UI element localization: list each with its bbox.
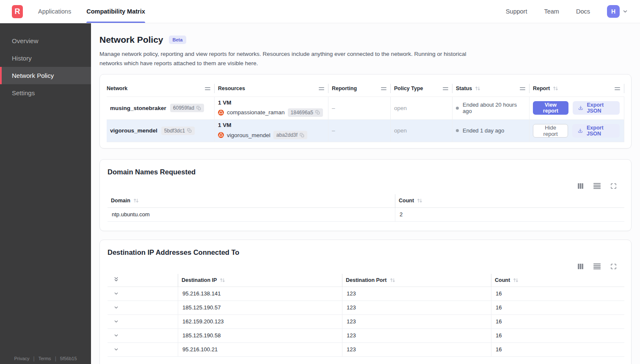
row-density-icon[interactable] xyxy=(593,263,601,270)
column-menu-icon[interactable] xyxy=(520,87,525,90)
destination-port-cell: 123 xyxy=(342,343,491,357)
nav-tabs: Applications Compatibility Matrix xyxy=(38,0,145,23)
view-report-button[interactable]: View report xyxy=(533,101,568,115)
status-text: Ended about 20 hours ago xyxy=(463,102,525,114)
column-header-expand-all xyxy=(108,274,178,287)
tab-compatibility-matrix[interactable]: Compatibility Matrix xyxy=(86,0,145,23)
column-menu-icon[interactable] xyxy=(615,87,620,90)
export-json-label: Export JSON xyxy=(587,102,614,114)
status-text: Ended 1 day ago xyxy=(463,127,504,134)
sidebar-item-history[interactable]: History xyxy=(0,50,91,67)
policy-type-cell: open xyxy=(391,97,452,119)
copy-icon[interactable] xyxy=(315,110,320,115)
nav-links: Support Team Docs H xyxy=(506,0,628,23)
row-density-icon[interactable] xyxy=(593,183,601,189)
sidebar-item-overview[interactable]: Overview xyxy=(0,32,91,50)
status-cell: Ended 1 day ago xyxy=(452,119,530,142)
card-title: Domain Names Requested xyxy=(108,168,624,176)
column-label: Domain xyxy=(111,198,130,204)
expand-all-icon[interactable] xyxy=(113,276,119,284)
resource-id-badge: aba2dd3f xyxy=(273,131,307,139)
table-toolbar xyxy=(108,263,624,270)
destination-ip-cell: 162.159.200.123 xyxy=(178,315,342,329)
sort-icon[interactable] xyxy=(513,278,519,283)
network-id: 5bdf3dc1 xyxy=(164,128,185,134)
fullscreen-icon[interactable] xyxy=(610,263,617,270)
destination-ip-cell: 185.125.190.58 xyxy=(178,329,342,343)
divider: | xyxy=(55,356,56,361)
sort-icon[interactable] xyxy=(133,198,139,203)
copy-icon[interactable] xyxy=(187,128,192,133)
top-navbar: R Applications Compatibility Matrix Supp… xyxy=(0,0,640,23)
hide-report-button[interactable]: Hide report xyxy=(533,124,568,138)
network-id-badge: 5bdf3dc1 xyxy=(161,127,195,135)
chevron-down-icon xyxy=(622,8,628,14)
domain-cell: ntp.ubuntu.com xyxy=(108,208,395,222)
row-expand-toggle[interactable] xyxy=(108,287,178,301)
column-menu-icon[interactable] xyxy=(443,87,448,90)
status-cell: Ended about 20 hours ago xyxy=(452,97,530,119)
resource-id-badge: 184696a5 xyxy=(288,108,323,117)
export-json-label: Export JSON xyxy=(587,125,614,137)
destination-port-cell: 123 xyxy=(342,301,491,315)
row-expand-toggle[interactable] xyxy=(108,329,178,343)
ubuntu-icon xyxy=(218,110,224,116)
sidebar-item-network-policy[interactable]: Network Policy xyxy=(0,67,91,84)
user-menu[interactable]: H xyxy=(607,5,628,18)
row-expand-toggle[interactable] xyxy=(108,301,178,315)
resource-id: aba2dd3f xyxy=(276,132,298,138)
column-header-resources: Resources xyxy=(215,81,328,97)
nav-link-team[interactable]: Team xyxy=(544,8,559,15)
sort-icon[interactable] xyxy=(390,278,395,283)
resource-name: compassionate_raman xyxy=(227,109,285,116)
export-json-button[interactable]: Export JSON xyxy=(572,124,620,138)
network-name-cell: musing_stonebraker 60959fad xyxy=(107,97,215,119)
destination-port-cell: 123 xyxy=(342,287,491,301)
column-label: Reporting xyxy=(332,85,357,91)
resources-cell: 1 VM vigorous_mendel aba2dd3f xyxy=(215,119,328,142)
column-header-reporting: Reporting xyxy=(328,81,391,97)
nav-link-support[interactable]: Support xyxy=(506,8,527,15)
logo-r-icon[interactable]: R xyxy=(12,5,23,18)
privacy-link[interactable]: Privacy xyxy=(14,356,29,361)
main-content: Network Policy Beta Manage network polic… xyxy=(91,23,640,364)
sidebar: Overview History Network Policy Settings… xyxy=(0,23,91,364)
column-menu-icon[interactable] xyxy=(381,87,386,90)
sort-icon[interactable] xyxy=(220,278,225,283)
count-cell: 16 xyxy=(491,343,624,357)
destination-ip-cell: 95.216.138.141 xyxy=(178,287,342,301)
status-dot xyxy=(456,129,459,132)
export-json-button[interactable]: Export JSON xyxy=(573,101,620,115)
count-cell: 16 xyxy=(491,301,624,315)
sidebar-footer: Privacy | Terms | 5f56b15 xyxy=(0,356,91,361)
sort-icon[interactable] xyxy=(475,86,480,91)
column-visibility-icon[interactable] xyxy=(577,183,584,189)
count-cell: 16 xyxy=(491,315,624,329)
column-menu-icon[interactable] xyxy=(319,87,324,90)
row-expand-toggle[interactable] xyxy=(108,315,178,329)
avatar[interactable]: H xyxy=(607,5,620,18)
row-expand-toggle[interactable] xyxy=(108,343,178,357)
column-label: Status xyxy=(456,85,472,91)
fullscreen-icon[interactable] xyxy=(610,183,617,189)
column-header-policy-type: Policy Type xyxy=(391,81,452,97)
destinations-table: Destination IP Destination Port Count 95… xyxy=(108,274,624,357)
tab-applications[interactable]: Applications xyxy=(38,0,71,23)
sort-icon[interactable] xyxy=(553,86,558,91)
download-icon xyxy=(578,105,583,111)
column-visibility-icon[interactable] xyxy=(577,263,584,270)
resources-cell: 1 VM compassionate_raman 184696a5 xyxy=(215,97,328,119)
column-header-count: Count xyxy=(491,274,624,287)
nav-link-docs[interactable]: Docs xyxy=(576,8,590,15)
column-header-domain: Domain xyxy=(108,194,395,208)
copy-icon[interactable] xyxy=(300,133,304,138)
terms-link[interactable]: Terms xyxy=(39,356,51,361)
page-title: Network Policy xyxy=(99,35,163,45)
sort-icon[interactable] xyxy=(417,198,422,203)
sidebar-item-settings[interactable]: Settings xyxy=(0,84,91,102)
copy-icon[interactable] xyxy=(196,106,201,110)
column-header-status: Status xyxy=(452,81,530,97)
column-menu-icon[interactable] xyxy=(205,87,210,90)
reporting-cell: – xyxy=(328,97,391,119)
column-label: Resources xyxy=(218,85,245,91)
